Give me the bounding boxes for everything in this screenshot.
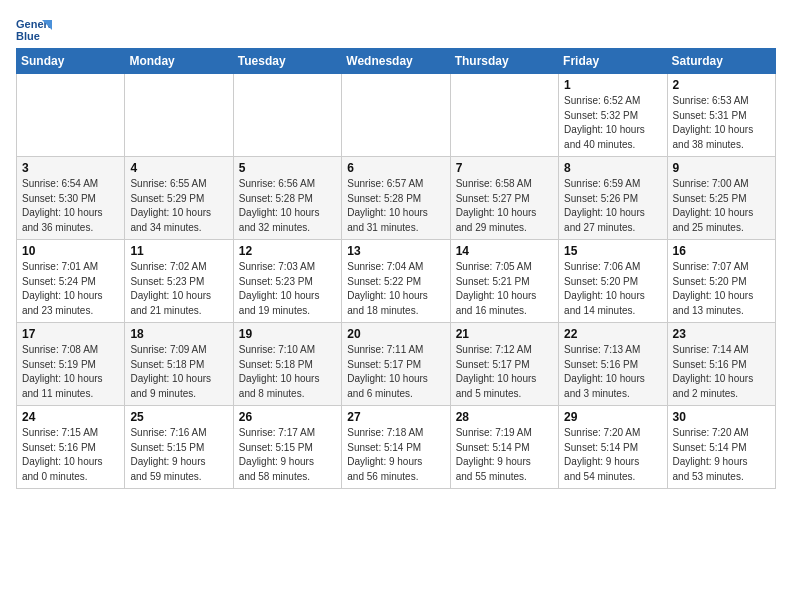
calendar-cell [17,74,125,157]
calendar-cell: 12Sunrise: 7:03 AM Sunset: 5:23 PM Dayli… [233,240,341,323]
calendar-cell: 10Sunrise: 7:01 AM Sunset: 5:24 PM Dayli… [17,240,125,323]
calendar-cell: 4Sunrise: 6:55 AM Sunset: 5:29 PM Daylig… [125,157,233,240]
day-number: 19 [239,327,336,341]
day-info: Sunrise: 6:57 AM Sunset: 5:28 PM Dayligh… [347,177,444,235]
logo: General Blue [16,16,52,44]
calendar-cell: 13Sunrise: 7:04 AM Sunset: 5:22 PM Dayli… [342,240,450,323]
calendar-cell: 14Sunrise: 7:05 AM Sunset: 5:21 PM Dayli… [450,240,558,323]
day-info: Sunrise: 6:55 AM Sunset: 5:29 PM Dayligh… [130,177,227,235]
day-info: Sunrise: 7:03 AM Sunset: 5:23 PM Dayligh… [239,260,336,318]
weekday-header-sunday: Sunday [17,49,125,74]
calendar-cell: 23Sunrise: 7:14 AM Sunset: 5:16 PM Dayli… [667,323,775,406]
calendar-cell: 25Sunrise: 7:16 AM Sunset: 5:15 PM Dayli… [125,406,233,489]
day-number: 26 [239,410,336,424]
day-number: 22 [564,327,661,341]
calendar-cell: 28Sunrise: 7:19 AM Sunset: 5:14 PM Dayli… [450,406,558,489]
calendar-cell [342,74,450,157]
calendar-cell: 24Sunrise: 7:15 AM Sunset: 5:16 PM Dayli… [17,406,125,489]
calendar-cell: 30Sunrise: 7:20 AM Sunset: 5:14 PM Dayli… [667,406,775,489]
day-number: 27 [347,410,444,424]
day-number: 18 [130,327,227,341]
day-number: 14 [456,244,553,258]
day-info: Sunrise: 6:59 AM Sunset: 5:26 PM Dayligh… [564,177,661,235]
day-info: Sunrise: 7:07 AM Sunset: 5:20 PM Dayligh… [673,260,770,318]
day-info: Sunrise: 7:17 AM Sunset: 5:15 PM Dayligh… [239,426,336,484]
day-info: Sunrise: 7:00 AM Sunset: 5:25 PM Dayligh… [673,177,770,235]
calendar-cell: 11Sunrise: 7:02 AM Sunset: 5:23 PM Dayli… [125,240,233,323]
calendar-cell: 17Sunrise: 7:08 AM Sunset: 5:19 PM Dayli… [17,323,125,406]
day-info: Sunrise: 7:02 AM Sunset: 5:23 PM Dayligh… [130,260,227,318]
day-info: Sunrise: 7:05 AM Sunset: 5:21 PM Dayligh… [456,260,553,318]
calendar-cell: 15Sunrise: 7:06 AM Sunset: 5:20 PM Dayli… [559,240,667,323]
day-number: 12 [239,244,336,258]
weekday-header-wednesday: Wednesday [342,49,450,74]
day-number: 17 [22,327,119,341]
day-info: Sunrise: 7:08 AM Sunset: 5:19 PM Dayligh… [22,343,119,401]
calendar-cell: 7Sunrise: 6:58 AM Sunset: 5:27 PM Daylig… [450,157,558,240]
day-info: Sunrise: 7:14 AM Sunset: 5:16 PM Dayligh… [673,343,770,401]
day-info: Sunrise: 7:13 AM Sunset: 5:16 PM Dayligh… [564,343,661,401]
calendar-cell: 9Sunrise: 7:00 AM Sunset: 5:25 PM Daylig… [667,157,775,240]
svg-text:Blue: Blue [16,30,40,42]
day-info: Sunrise: 7:12 AM Sunset: 5:17 PM Dayligh… [456,343,553,401]
calendar-cell: 29Sunrise: 7:20 AM Sunset: 5:14 PM Dayli… [559,406,667,489]
day-info: Sunrise: 7:11 AM Sunset: 5:17 PM Dayligh… [347,343,444,401]
day-info: Sunrise: 6:56 AM Sunset: 5:28 PM Dayligh… [239,177,336,235]
day-number: 13 [347,244,444,258]
day-info: Sunrise: 7:15 AM Sunset: 5:16 PM Dayligh… [22,426,119,484]
weekday-header-monday: Monday [125,49,233,74]
calendar-cell: 21Sunrise: 7:12 AM Sunset: 5:17 PM Dayli… [450,323,558,406]
calendar-cell: 16Sunrise: 7:07 AM Sunset: 5:20 PM Dayli… [667,240,775,323]
day-number: 29 [564,410,661,424]
day-info: Sunrise: 7:19 AM Sunset: 5:14 PM Dayligh… [456,426,553,484]
day-number: 24 [22,410,119,424]
day-info: Sunrise: 6:53 AM Sunset: 5:31 PM Dayligh… [673,94,770,152]
calendar-cell: 2Sunrise: 6:53 AM Sunset: 5:31 PM Daylig… [667,74,775,157]
day-number: 10 [22,244,119,258]
weekday-header-tuesday: Tuesday [233,49,341,74]
day-info: Sunrise: 7:20 AM Sunset: 5:14 PM Dayligh… [564,426,661,484]
day-info: Sunrise: 7:04 AM Sunset: 5:22 PM Dayligh… [347,260,444,318]
day-info: Sunrise: 7:18 AM Sunset: 5:14 PM Dayligh… [347,426,444,484]
day-number: 4 [130,161,227,175]
day-number: 20 [347,327,444,341]
day-info: Sunrise: 6:52 AM Sunset: 5:32 PM Dayligh… [564,94,661,152]
day-number: 21 [456,327,553,341]
page-header: General Blue [16,16,776,44]
day-number: 23 [673,327,770,341]
calendar-cell: 1Sunrise: 6:52 AM Sunset: 5:32 PM Daylig… [559,74,667,157]
day-number: 15 [564,244,661,258]
calendar-cell: 26Sunrise: 7:17 AM Sunset: 5:15 PM Dayli… [233,406,341,489]
day-number: 2 [673,78,770,92]
day-number: 9 [673,161,770,175]
day-info: Sunrise: 6:54 AM Sunset: 5:30 PM Dayligh… [22,177,119,235]
calendar-cell: 18Sunrise: 7:09 AM Sunset: 5:18 PM Dayli… [125,323,233,406]
day-info: Sunrise: 7:16 AM Sunset: 5:15 PM Dayligh… [130,426,227,484]
calendar-cell: 3Sunrise: 6:54 AM Sunset: 5:30 PM Daylig… [17,157,125,240]
weekday-header-thursday: Thursday [450,49,558,74]
day-number: 1 [564,78,661,92]
calendar-cell [125,74,233,157]
calendar-table: SundayMondayTuesdayWednesdayThursdayFrid… [16,48,776,489]
day-info: Sunrise: 6:58 AM Sunset: 5:27 PM Dayligh… [456,177,553,235]
day-info: Sunrise: 7:06 AM Sunset: 5:20 PM Dayligh… [564,260,661,318]
day-number: 5 [239,161,336,175]
weekday-header-friday: Friday [559,49,667,74]
day-number: 25 [130,410,227,424]
day-info: Sunrise: 7:09 AM Sunset: 5:18 PM Dayligh… [130,343,227,401]
calendar-cell [233,74,341,157]
day-info: Sunrise: 7:10 AM Sunset: 5:18 PM Dayligh… [239,343,336,401]
day-number: 3 [22,161,119,175]
calendar-cell: 5Sunrise: 6:56 AM Sunset: 5:28 PM Daylig… [233,157,341,240]
logo-icon: General Blue [16,16,52,44]
day-number: 7 [456,161,553,175]
calendar-cell: 20Sunrise: 7:11 AM Sunset: 5:17 PM Dayli… [342,323,450,406]
day-info: Sunrise: 7:01 AM Sunset: 5:24 PM Dayligh… [22,260,119,318]
weekday-header-saturday: Saturday [667,49,775,74]
calendar-cell: 19Sunrise: 7:10 AM Sunset: 5:18 PM Dayli… [233,323,341,406]
calendar-cell: 22Sunrise: 7:13 AM Sunset: 5:16 PM Dayli… [559,323,667,406]
day-number: 6 [347,161,444,175]
day-number: 16 [673,244,770,258]
calendar-cell: 8Sunrise: 6:59 AM Sunset: 5:26 PM Daylig… [559,157,667,240]
calendar-cell: 27Sunrise: 7:18 AM Sunset: 5:14 PM Dayli… [342,406,450,489]
